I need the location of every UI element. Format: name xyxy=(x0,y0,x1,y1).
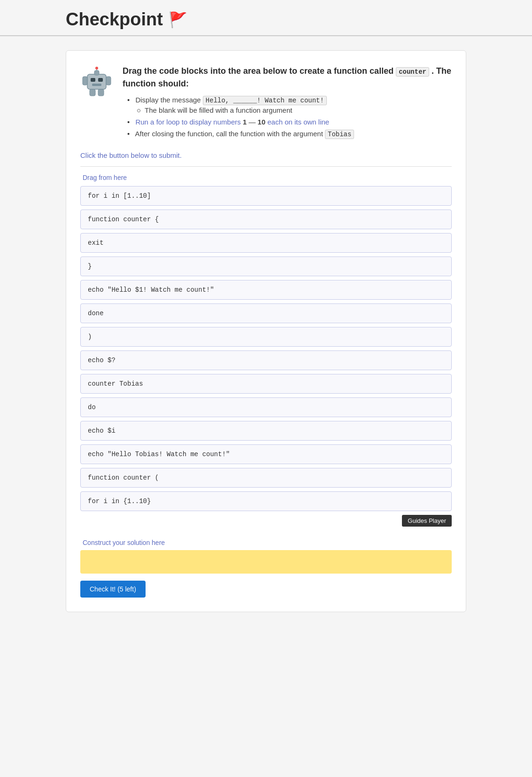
instruction-text: Drag the code blocks into the area below… xyxy=(123,65,452,142)
page-header: Checkpoint 🚩 xyxy=(0,0,532,36)
code-block[interactable]: exit xyxy=(80,233,452,253)
code-block[interactable]: } xyxy=(80,256,452,276)
code-blocks-container: for i in [1..10]function counter {exit}e… xyxy=(80,186,452,511)
code-block[interactable]: echo "Hello $1! Watch me count!" xyxy=(80,280,452,300)
svg-rect-2 xyxy=(98,78,103,82)
construct-label: Construct your solution here xyxy=(80,539,452,546)
instruction-section: Drag the code blocks into the area below… xyxy=(80,65,452,142)
instruction-item-2: Run a for loop to display numbers 1 — 10… xyxy=(127,118,452,126)
check-button-container: Check It! (5 left) xyxy=(80,581,452,598)
code-block[interactable]: echo "Hello Tobias! Watch me count!" xyxy=(80,444,452,464)
code-block[interactable]: for i in {1..10} xyxy=(80,491,452,511)
svg-rect-1 xyxy=(91,78,95,82)
main-container: Drag the code blocks into the area below… xyxy=(66,50,466,612)
instruction-sublist: The blank will be filled with a function… xyxy=(127,106,452,114)
check-button[interactable]: Check It! (5 left) xyxy=(80,581,146,598)
svg-rect-10 xyxy=(98,89,104,96)
svg-point-6 xyxy=(95,67,98,70)
code-block[interactable]: function counter { xyxy=(80,210,452,229)
code-block[interactable]: echo $i xyxy=(80,421,452,441)
click-instruction: Click the button below to submit. xyxy=(80,151,452,159)
message-code: Hello, ______! Watch me count! xyxy=(203,96,327,105)
instruction-item-3: After closing the function, call the fun… xyxy=(127,130,452,138)
code-block[interactable]: counter Tobias xyxy=(80,374,452,394)
guides-player-badge: Guides Player xyxy=(402,515,452,527)
code-block[interactable]: echo $? xyxy=(80,350,452,370)
guides-player-area: Guides Player xyxy=(80,515,452,529)
svg-rect-4 xyxy=(94,70,99,75)
svg-rect-8 xyxy=(106,77,111,85)
instruction-heading: Drag the code blocks into the area below… xyxy=(123,65,452,90)
robot-icon xyxy=(80,65,113,142)
svg-rect-9 xyxy=(90,89,95,96)
svg-rect-7 xyxy=(83,77,87,85)
code-block[interactable]: for i in [1..10] xyxy=(80,186,452,206)
code-block[interactable]: ) xyxy=(80,327,452,347)
svg-rect-0 xyxy=(87,74,106,89)
instruction-list: Display the message Hello, ______! Watch… xyxy=(123,96,452,138)
function-name-badge: counter xyxy=(396,67,429,77)
divider-1 xyxy=(80,166,452,167)
drop-zone[interactable] xyxy=(80,550,452,574)
code-block[interactable]: function counter ( xyxy=(80,468,452,488)
page-title: Checkpoint xyxy=(66,9,163,30)
argument-badge: Tobias xyxy=(325,130,354,139)
flag-icon: 🚩 xyxy=(169,11,187,29)
drag-label: Drag from here xyxy=(80,174,452,181)
svg-rect-3 xyxy=(92,84,101,86)
code-block[interactable]: done xyxy=(80,303,452,323)
code-block[interactable]: do xyxy=(80,397,452,417)
instruction-item-1: Display the message Hello, ______! Watch… xyxy=(127,96,452,114)
instruction-subitem-1: The blank will be filled with a function… xyxy=(137,106,452,114)
